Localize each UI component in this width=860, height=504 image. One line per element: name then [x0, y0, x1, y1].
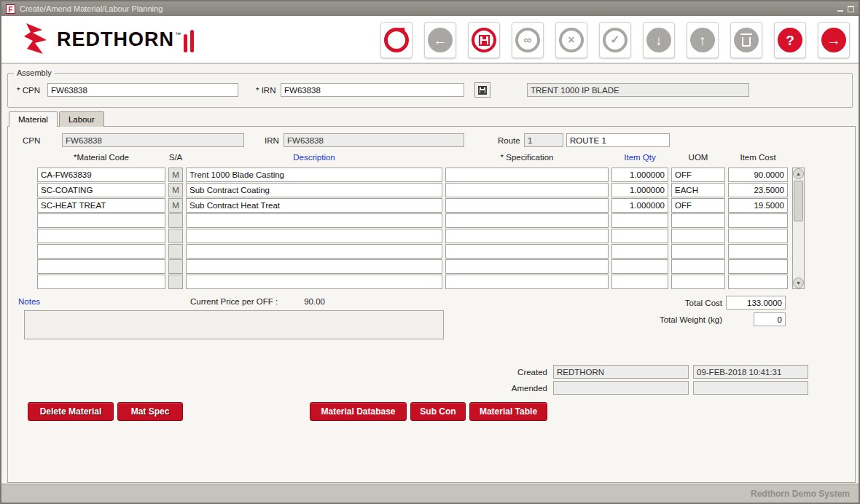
app-window: F Create/Amend Material/Labour Planning …: [0, 0, 860, 504]
cell-specification[interactable]: [445, 183, 609, 197]
cell-material-code[interactable]: [37, 213, 165, 228]
cell-item-cost[interactable]: [728, 213, 788, 228]
scroll-up-icon[interactable]: ▲: [793, 168, 804, 179]
cell-material-code[interactable]: CA-FW63839: [37, 168, 165, 182]
cell-description[interactable]: [186, 229, 442, 243]
cell-item-qty[interactable]: 1.000000: [611, 198, 668, 213]
cell-item-cost[interactable]: 23.5000: [728, 183, 788, 197]
cell-item-qty[interactable]: [611, 275, 668, 289]
total-cost-label: Total Cost: [644, 299, 722, 307]
delete-material-button[interactable]: Delete Material: [28, 402, 114, 421]
delete-record-button[interactable]: [730, 22, 762, 58]
created-date-field: [693, 365, 808, 379]
status-bar: Redthorn Demo System: [1, 484, 859, 503]
accept-button[interactable]: ✓: [599, 22, 631, 58]
cell-material-code[interactable]: [37, 275, 165, 289]
cell-specification[interactable]: [445, 244, 609, 259]
titlebar-controls: [837, 6, 854, 12]
header-sa: S/A: [168, 153, 183, 162]
header-description-link[interactable]: Description: [186, 153, 442, 162]
cell-item-cost[interactable]: [728, 275, 788, 289]
cell-specification[interactable]: [445, 168, 609, 182]
binoculars-icon: ∞: [515, 28, 540, 52]
redthorn-logo: REDTHORN™: [20, 22, 194, 57]
cell-uom[interactable]: [671, 244, 725, 259]
cell-specification[interactable]: [445, 275, 609, 289]
cell-item-qty[interactable]: [611, 213, 668, 228]
minimize-icon[interactable]: [837, 7, 843, 12]
cell-material-code[interactable]: [37, 244, 165, 259]
material-database-button[interactable]: Material Database: [310, 402, 407, 421]
tab-labour[interactable]: Labour: [59, 111, 104, 127]
assembly-irn-input[interactable]: [281, 83, 464, 97]
sub-con-button[interactable]: Sub Con: [410, 402, 466, 421]
cell-material-code[interactable]: SC-COATING: [37, 183, 165, 197]
cell-uom[interactable]: [671, 259, 725, 274]
cell-item-qty[interactable]: [611, 244, 668, 259]
cell-material-code[interactable]: [37, 259, 165, 274]
cell-material-code[interactable]: SC-HEAT TREAT: [37, 198, 165, 213]
assembly-save-button[interactable]: [474, 82, 490, 98]
cell-item-cost[interactable]: [728, 229, 788, 243]
toolbar: REDTHORN™ ← ∞ × ✓ ↓ ↑ ? →: [1, 16, 859, 64]
header-specification: * Specification: [445, 153, 609, 162]
cell-description[interactable]: Trent 1000 Blade Casting: [186, 168, 442, 182]
cell-item-qty[interactable]: 1.000000: [611, 183, 668, 197]
cell-uom[interactable]: [671, 229, 725, 243]
find-button[interactable]: ∞: [512, 22, 544, 58]
scroll-down-icon[interactable]: ▼: [793, 277, 804, 288]
material-table: CA-FW63839 M Trent 1000 Blade Casting 1.…: [37, 168, 788, 289]
cell-uom[interactable]: OFF: [671, 168, 725, 182]
cell-specification[interactable]: [445, 198, 609, 213]
maximize-icon[interactable]: [848, 6, 854, 12]
cell-description[interactable]: Sub Contract Heat Treat: [186, 198, 442, 213]
cell-uom[interactable]: [671, 213, 725, 228]
down-arrow-icon: ↓: [646, 28, 671, 52]
cell-item-qty[interactable]: [611, 259, 668, 274]
refresh-button[interactable]: [380, 22, 413, 58]
mat-spec-button[interactable]: Mat Spec: [117, 402, 183, 421]
material-table-button[interactable]: Material Table: [469, 402, 547, 421]
cell-item-qty[interactable]: 1.000000: [611, 168, 668, 182]
cell-item-qty[interactable]: [611, 229, 668, 243]
header-item-qty-link[interactable]: Item Qty: [611, 153, 668, 162]
exit-icon: →: [821, 28, 846, 52]
floppy-icon: [478, 86, 487, 95]
refresh-icon: [384, 28, 409, 52]
next-record-button[interactable]: ↓: [643, 22, 675, 58]
toolbar-buttons: ← ∞ × ✓ ↓ ↑ ? →: [380, 22, 850, 58]
assembly-cpn-input[interactable]: [47, 83, 238, 97]
created-by-field: [553, 365, 689, 379]
notes-link[interactable]: Notes: [18, 297, 40, 306]
cell-description[interactable]: Sub Contract Coating: [186, 183, 442, 197]
cell-specification[interactable]: [445, 259, 609, 274]
route-name-input[interactable]: [566, 133, 670, 147]
previous-record-button[interactable]: ↑: [687, 22, 719, 58]
exit-button[interactable]: →: [818, 22, 850, 58]
cell-item-cost[interactable]: 19.5000: [728, 198, 788, 213]
cell-item-cost[interactable]: [728, 259, 788, 274]
tab-material[interactable]: Material: [9, 111, 58, 127]
cell-uom[interactable]: [671, 275, 725, 289]
cell-item-cost[interactable]: [728, 244, 788, 259]
scrollbar-thumb[interactable]: [794, 181, 803, 221]
cell-sa: M: [168, 168, 183, 182]
cell-specification[interactable]: [445, 213, 609, 228]
notes-textarea[interactable]: [24, 310, 444, 339]
cell-uom[interactable]: EACH: [671, 183, 725, 197]
cell-specification[interactable]: [445, 229, 609, 243]
save-button[interactable]: [468, 22, 500, 58]
cell-item-cost[interactable]: 90.0000: [728, 168, 788, 182]
cell-description[interactable]: [186, 213, 442, 228]
cell-uom[interactable]: OFF: [671, 198, 725, 213]
table-scrollbar[interactable]: ▲ ▼: [792, 168, 805, 289]
help-button[interactable]: ?: [774, 22, 806, 58]
created-label: Created: [474, 368, 547, 377]
back-button[interactable]: ←: [424, 22, 456, 58]
cell-description[interactable]: [186, 275, 442, 289]
cell-description[interactable]: [186, 259, 442, 274]
total-cost-field: [726, 296, 786, 310]
cell-description[interactable]: [186, 244, 442, 259]
cancel-button[interactable]: ×: [555, 22, 587, 58]
cell-material-code[interactable]: [37, 229, 165, 243]
